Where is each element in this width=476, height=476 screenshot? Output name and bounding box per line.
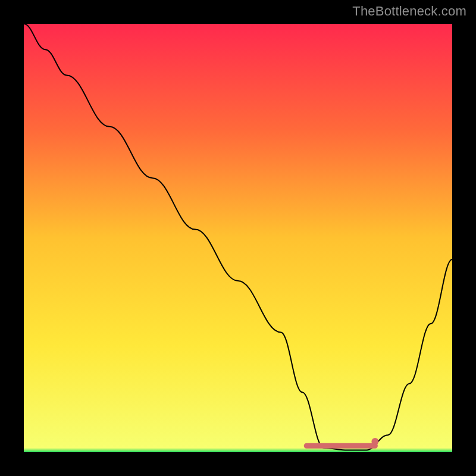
optimal-end-dot (371, 438, 378, 445)
plot-area (24, 24, 452, 452)
chart-svg (24, 24, 452, 452)
bottleneck-curve (24, 24, 452, 450)
chart-frame: TheBottleneck.com (0, 0, 476, 476)
watermark-text: TheBottleneck.com (352, 4, 466, 19)
